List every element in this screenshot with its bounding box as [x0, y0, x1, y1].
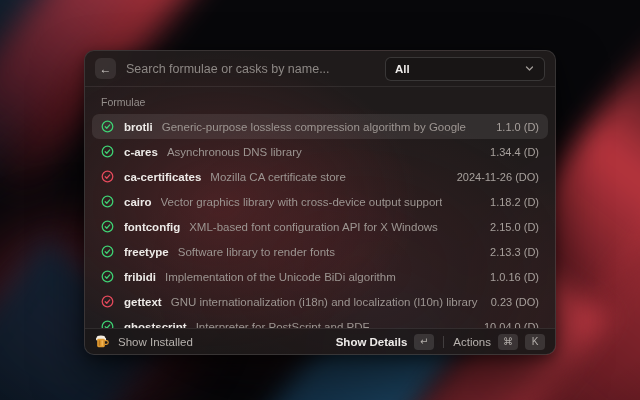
formula-description: XML-based font configuration API for X W…: [189, 221, 438, 233]
formula-name: ca-certificates: [124, 171, 201, 183]
return-key-badge: ↵: [414, 334, 434, 350]
status-check-circle-icon: [101, 295, 115, 309]
formula-row[interactable]: fontconfig XML-based font configuration …: [92, 214, 548, 239]
back-button[interactable]: ←: [95, 58, 116, 79]
footer-action-bar: Show Installed Show Details ↵ Actions ⌘ …: [85, 328, 555, 354]
formula-name: c-ares: [124, 146, 158, 158]
rows-container: brotli Generic-purpose lossless compress…: [92, 114, 548, 328]
k-key-badge: K: [525, 334, 545, 350]
formula-row[interactable]: c-ares Asynchronous DNS library 1.34.4 (…: [92, 139, 548, 164]
formula-row[interactable]: fribidi Implementation of the Unicode Bi…: [92, 264, 548, 289]
show-installed-button[interactable]: Show Installed: [118, 336, 193, 348]
formula-row[interactable]: ca-certificates Mozilla CA certificate s…: [92, 164, 548, 189]
formula-row[interactable]: cairo Vector graphics library with cross…: [92, 189, 548, 214]
formula-version: 2.15.0 (D): [478, 221, 539, 233]
search-bar: ← All: [85, 51, 555, 87]
formula-row[interactable]: freetype Software library to render font…: [92, 239, 548, 264]
status-check-circle-icon: [101, 195, 115, 209]
formula-name: cairo: [124, 196, 152, 208]
chevron-down-icon: [524, 63, 535, 74]
status-check-circle-icon: [101, 145, 115, 159]
formula-name: freetype: [124, 246, 169, 258]
formula-version: 1.18.2 (D): [478, 196, 539, 208]
formula-version: 1.1.0 (D): [484, 121, 539, 133]
status-check-circle-icon: [101, 245, 115, 259]
formula-version: 0.23 (DO): [479, 296, 539, 308]
formula-row[interactable]: ghostscript Interpreter for PostScript a…: [92, 314, 548, 328]
actions-button[interactable]: Actions: [453, 336, 491, 348]
formula-version: 1.0.16 (D): [478, 271, 539, 283]
formula-description: Vector graphics library with cross-devic…: [161, 196, 443, 208]
results-list: Formulae brotli Generic-purpose lossless…: [85, 87, 555, 328]
formula-description: GNU internationalization (i18n) and loca…: [171, 296, 478, 308]
status-check-circle-icon: [101, 320, 115, 329]
status-check-circle-icon: [101, 120, 115, 134]
formula-description: Generic-purpose lossless compression alg…: [162, 121, 466, 133]
formula-version: 1.34.4 (D): [478, 146, 539, 158]
formula-name: ghostscript: [124, 321, 187, 329]
formula-description: Implementation of the Unicode BiDi algor…: [165, 271, 396, 283]
search-input[interactable]: [126, 62, 375, 76]
formula-name: brotli: [124, 121, 153, 133]
formula-row[interactable]: gettext GNU internationalization (i18n) …: [92, 289, 548, 314]
homebrew-beer-icon: [95, 334, 110, 349]
status-check-circle-icon: [101, 220, 115, 234]
formula-name: gettext: [124, 296, 162, 308]
formula-name: fribidi: [124, 271, 156, 283]
formula-description: Interpreter for PostScript and PDF: [196, 321, 370, 329]
formula-description: Asynchronous DNS library: [167, 146, 302, 158]
formula-description: Software library to render fonts: [178, 246, 335, 258]
raycast-brew-search-window: ← All Formulae brotli Generic-purpose lo…: [84, 50, 556, 355]
formula-version: 10.04.0 (D): [472, 321, 539, 329]
formula-name: fontconfig: [124, 221, 180, 233]
back-arrow-icon: ←: [100, 62, 112, 76]
formula-row[interactable]: brotli Generic-purpose lossless compress…: [92, 114, 548, 139]
formula-version: 2.13.3 (D): [478, 246, 539, 258]
status-check-circle-icon: [101, 170, 115, 184]
section-header: Formulae: [92, 92, 548, 114]
filter-selected-value: All: [395, 63, 524, 75]
footer-divider: [443, 336, 444, 348]
formula-description: Mozilla CA certificate store: [210, 171, 346, 183]
status-check-circle-icon: [101, 270, 115, 284]
formula-version: 2024-11-26 (DO): [445, 171, 539, 183]
show-details-button[interactable]: Show Details: [336, 336, 408, 348]
cmd-key-badge: ⌘: [498, 334, 518, 350]
filter-dropdown[interactable]: All: [385, 57, 545, 81]
